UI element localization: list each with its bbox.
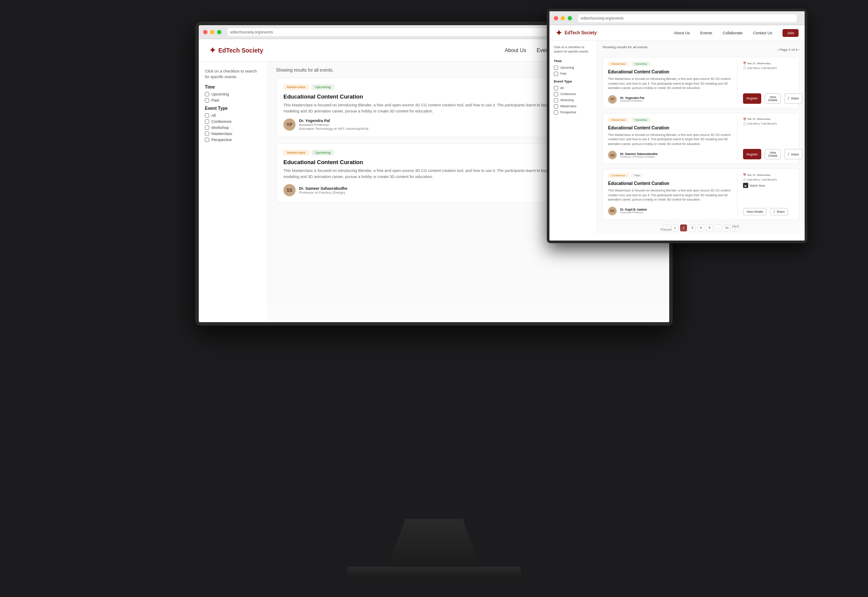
filter-masterclass[interactable]: Masterclass [205, 132, 262, 136]
tag-upcoming-2: Upcoming [312, 150, 334, 155]
page-btn-2[interactable]: 2 [680, 224, 687, 231]
monitor-stand [386, 519, 482, 571]
small-event-2-actions: Register View Details ⤴ Share [743, 149, 794, 159]
browser-close-dot[interactable] [203, 30, 207, 34]
small-speaker-1-name: Dr. Yogendra Pal [620, 96, 644, 99]
small-event-card-2: Masterclass Upcoming Educational Content… [602, 113, 799, 165]
small-event-1-time: 🕕 6:00 PM to 7:30 PM (IST) [743, 66, 794, 69]
checkbox-past[interactable] [205, 98, 209, 102]
small-nav-about[interactable]: About Us [674, 31, 690, 35]
next-page-btn[interactable]: Next › [732, 224, 739, 231]
nav-about[interactable]: About Us [505, 47, 526, 53]
small-filter-perspective[interactable]: Perspective [554, 110, 592, 115]
small-url-bar[interactable]: edtechsociety.org/events [578, 14, 797, 22]
small-event-2-speaker: SS Dr. Sameer Sahasrabudhe Professor of … [608, 151, 732, 159]
prev-page-btn[interactable]: ‹ Previous [663, 224, 670, 231]
tag-upcoming-1: Upcoming [312, 84, 334, 90]
page-btn-ellipsis: ... [715, 224, 722, 231]
small-nav-collaborate[interactable]: Collaborate [723, 31, 743, 35]
small-checkbox-all[interactable] [554, 86, 558, 90]
small-event-card-2-body: Masterclass Upcoming Educational Content… [608, 118, 794, 160]
small-speaker-2-info: Dr. Sameer Sahasrabudhe Professor of Pra… [620, 152, 658, 158]
checkbox-upcoming[interactable] [205, 92, 209, 96]
small-close-dot[interactable] [554, 16, 558, 20]
small-event-3-left: Conference Past Educational Content Cura… [608, 173, 732, 215]
small-event-2-title: Educational Content Curation [608, 125, 732, 130]
small-navbar: ✦ EdTech Society About Us Events Collabo… [549, 25, 805, 41]
browser-maximize-dot[interactable] [217, 30, 221, 34]
small-sidebar-helper: Click on a checkbox to search for specif… [554, 45, 592, 54]
event-1-desc: This Masterclass is focused on introduci… [283, 102, 571, 114]
small-filter-all[interactable]: All [554, 86, 592, 90]
small-view-details-3[interactable]: View Details [743, 208, 766, 215]
filter-workshop[interactable]: Workshop [205, 125, 262, 130]
small-register-1[interactable]: Register [743, 93, 761, 104]
small-checkbox-conference[interactable] [554, 92, 558, 96]
event-card-2-left: Masterclass Upcoming Educational Content… [283, 150, 571, 196]
small-speaker-3-avatar: KK [608, 207, 617, 215]
small-filter-past[interactable]: Past [554, 72, 592, 76]
filter-past[interactable]: Past [205, 98, 262, 102]
event-2-tags: Masterclass Upcoming [283, 150, 571, 155]
page-btn-3[interactable]: 3 [689, 224, 696, 231]
small-filter-masterclass[interactable]: Masterclass [554, 104, 592, 109]
checkbox-workshop[interactable] [205, 125, 209, 130]
small-event-3-desc: This Masterclass is focused on introduci… [608, 188, 732, 202]
event-1-speaker: YP Dr. Yogendra Pal Assistant Professor … [283, 119, 571, 131]
small-event-2-desc: This Masterclass is focused on introduci… [608, 133, 732, 147]
small-event-1-tags: Masterclass Upcoming [608, 62, 732, 66]
small-event-2-meta: 📅 Mar 22, Wednesday 🕕 6:00 PM to 7:30 PM… [743, 118, 794, 127]
small-website: ✦ EdTech Society About Us Events Collabo… [549, 25, 805, 241]
page-btn-4[interactable]: 4 [697, 224, 704, 231]
small-maximize-dot[interactable] [568, 16, 572, 20]
small-event-1-desc: This Masterclass is focused on introduci… [608, 77, 732, 91]
checkbox-conference[interactable] [205, 119, 209, 124]
small-share-2[interactable]: ⤴ Share [784, 149, 802, 159]
small-checkbox-perspective[interactable] [554, 110, 558, 115]
small-main-content: Showing results for all events. ‹ Page 2… [597, 41, 805, 234]
browser-minimize-dot[interactable] [210, 30, 214, 34]
filter-conference[interactable]: Conference [205, 119, 262, 124]
small-clock-icon-2: 🕕 [743, 122, 746, 125]
small-filter-conference[interactable]: Conference [554, 92, 592, 96]
checkbox-perspective[interactable] [205, 138, 209, 142]
small-share-1[interactable]: ⤴ Share [784, 93, 802, 104]
page-btn-5[interactable]: 5 [706, 224, 713, 231]
checkbox-masterclass[interactable] [205, 132, 209, 136]
small-nav-contact[interactable]: Contact Us [753, 31, 773, 35]
small-join-button[interactable]: Join [783, 29, 799, 37]
small-results-text: Showing results for all events. [602, 45, 648, 49]
next-arrow[interactable]: › [798, 48, 799, 52]
filter-all[interactable]: All [205, 113, 262, 118]
small-nav-events[interactable]: Events [700, 31, 712, 35]
small-share-icon-2: ⤴ [788, 153, 789, 156]
small-tag-masterclass-2: Masterclass [608, 118, 629, 122]
monitor-base [347, 567, 521, 580]
small-watch-now[interactable]: ▶ Watch Now [743, 183, 794, 188]
small-tag-past-3: Past [631, 173, 643, 178]
small-share-3[interactable]: ⤴ Share [770, 208, 788, 215]
small-checkbox-masterclass[interactable] [554, 104, 558, 109]
filter-perspective[interactable]: Perspective [205, 138, 262, 142]
small-cal-icon-3: 📅 [743, 173, 746, 176]
small-nav-links: About Us Events Collaborate Contact Us J… [674, 29, 799, 37]
small-checkbox-upcoming[interactable] [554, 66, 558, 70]
small-checkbox-workshop[interactable] [554, 98, 558, 102]
small-checkbox-past[interactable] [554, 72, 558, 76]
small-filter-workshop[interactable]: Workshop [554, 98, 592, 102]
small-view-details-1[interactable]: View Details [765, 93, 781, 104]
small-event-3-actions: View Details ⤴ Share [743, 208, 794, 215]
small-label-conference: Conference [560, 92, 576, 96]
small-view-details-2[interactable]: View Details [765, 149, 781, 159]
filter-upcoming[interactable]: Upcoming [205, 92, 262, 96]
small-minimize-dot[interactable] [561, 16, 565, 20]
speaker-1-role: Assistant Professor [299, 123, 369, 127]
small-register-2[interactable]: Register [743, 149, 761, 159]
page-btn-11[interactable]: 11 [723, 224, 730, 231]
prev-arrow[interactable]: ‹ [777, 48, 779, 52]
page-btn-1[interactable]: 1 [671, 224, 678, 231]
small-filter-upcoming[interactable]: Upcoming [554, 66, 592, 70]
checkbox-all[interactable] [205, 113, 209, 118]
small-event-3-right: 📅 Mar 22, Wednesday 🕕 6:00 PM to 7:30 PM… [737, 173, 794, 215]
small-label-past: Past [560, 72, 566, 75]
